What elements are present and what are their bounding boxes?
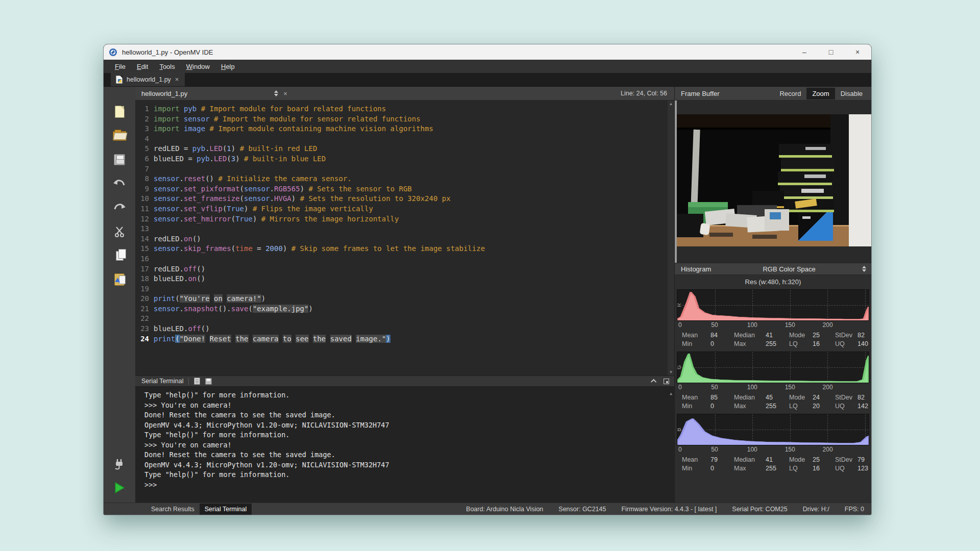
frame-buffer-image (677, 114, 871, 246)
white-post (691, 130, 700, 207)
tick-label: 150 (785, 321, 795, 329)
stat-value: 25 (813, 332, 835, 339)
terminal-line: Done! Reset the camera to see the saved … (144, 450, 674, 460)
terminal-line: OpenMV v4.4.3; MicroPython v1.20-omv; NI… (144, 420, 674, 431)
line-number: 19 (135, 284, 154, 294)
line-number: 17 (135, 264, 154, 274)
code-line-15: 15sensor.skip_frames(time = 2000) # Skip… (135, 244, 668, 254)
stat-value: 84 (710, 332, 734, 339)
color-space-dropdown[interactable]: RGB Color Space (711, 265, 867, 273)
stat-label: Mean (682, 394, 710, 401)
menu-item-file[interactable]: File (110, 61, 131, 72)
black-box (781, 158, 834, 171)
code-line-24: 24print("Done! Reset the camera to see t… (135, 334, 668, 344)
tick-label: 50 (711, 446, 718, 453)
save-button[interactable] (111, 152, 128, 167)
scroll-up-icon[interactable]: ▲ (669, 102, 673, 106)
white-object (700, 223, 710, 235)
maximize-button[interactable]: □ (826, 48, 836, 56)
popout-terminal-icon[interactable] (664, 379, 669, 384)
code-line-1: 1import pyb # Import module for board re… (135, 104, 668, 114)
minimize-button[interactable]: – (800, 48, 809, 56)
stat-label: UQ (835, 465, 857, 472)
window-title: helloworld_1.py - OpenMV IDE (122, 48, 213, 56)
tab-label: helloworld_1.py (127, 76, 171, 83)
histogram-header: Histogram RGB Color Space (675, 263, 871, 275)
code-line-4: 4 (135, 134, 668, 144)
code-line-18: 18blueLED.on() (135, 274, 668, 284)
b-histogram-plot: B (677, 414, 869, 445)
menu-item-help[interactable]: Help (216, 61, 240, 72)
histogram-x-axis: 050100150200 (677, 321, 869, 330)
new-file-button[interactable] (111, 104, 128, 119)
status-bar: Search Results Serial Terminal Board: Ar… (104, 503, 871, 515)
run-button[interactable] (111, 480, 128, 495)
tab-close-icon[interactable]: × (175, 76, 179, 83)
status-tab-search-results[interactable]: Search Results (146, 504, 200, 515)
box-label (805, 147, 826, 150)
dark-column (830, 114, 849, 232)
terminal-line: Type "help()" for more information. (144, 470, 674, 480)
stat-value: 16 (813, 465, 835, 472)
line-number: 15 (135, 244, 154, 254)
cut-button[interactable] (111, 224, 128, 239)
stat-value: 255 (766, 403, 789, 410)
line-number: 9 (135, 184, 154, 194)
tick-label: 0 (678, 321, 682, 329)
collapse-terminal-icon[interactable] (651, 379, 656, 385)
editor-scrollbar[interactable]: ▲ ▼ (668, 101, 674, 375)
status-tab-serial-terminal[interactable]: Serial Terminal (200, 504, 252, 515)
export-log-icon[interactable] (194, 378, 200, 385)
barcode (709, 233, 733, 237)
toolbar (104, 87, 135, 503)
paste-button[interactable] (111, 272, 128, 287)
serial-terminal-output[interactable]: ▲ Type "help()" for more information.>>>… (135, 387, 674, 503)
close-button[interactable]: × (853, 48, 862, 56)
b-channel-stats: Mean79Median41Mode25StDev79Min0Max255LQ1… (677, 455, 869, 475)
menu-item-edit[interactable]: Edit (132, 61, 153, 72)
black-box (778, 171, 832, 185)
line-number: 16 (135, 254, 154, 264)
save-log-icon[interactable] (205, 378, 212, 385)
code-line-21: 21sensor.snapshot().save("example.jpg") (135, 304, 668, 314)
stat-value: 255 (766, 465, 789, 472)
redo-button[interactable] (111, 200, 128, 215)
zoom-button[interactable]: Zoom (806, 88, 835, 99)
scroll-down-icon[interactable]: ▼ (669, 370, 673, 374)
tab-helloworld[interactable]: helloworld_1.py × (111, 72, 185, 86)
record-button[interactable]: Record (774, 88, 806, 99)
disable-button[interactable]: Disable (835, 88, 868, 99)
stat-value: 79 (857, 456, 872, 463)
stat-label: UQ (835, 340, 857, 347)
open-folder-button[interactable] (111, 128, 128, 143)
line-number: 6 (135, 154, 154, 164)
code-line-7: 7 (135, 164, 668, 174)
line-number: 18 (135, 274, 154, 284)
code-line-14: 14redLED.on() (135, 234, 668, 244)
code-text: sensor.set_pixformat(sensor.RGB565) # Se… (154, 184, 412, 194)
menu-item-tools[interactable]: Tools (154, 61, 180, 72)
run-icon (114, 482, 125, 494)
connect-button[interactable] (111, 457, 128, 472)
document-selector-icon[interactable] (274, 90, 278, 96)
document-close-icon[interactable]: × (283, 90, 287, 97)
line-number: 21 (135, 304, 154, 314)
python-file-icon (116, 76, 122, 84)
box-label (804, 174, 826, 178)
r-histogram-plot: R (677, 289, 869, 321)
terminal-scroll-up-icon[interactable]: ▲ (670, 389, 672, 399)
histogram-channel-b: B050100150200Mean79Median41Mode25StDev79… (675, 413, 871, 475)
stat-value: 123 (857, 465, 872, 472)
menu-item-window[interactable]: Window (181, 61, 215, 72)
code-line-2: 2import sensor # Import the module for s… (135, 114, 668, 124)
histogram-channel-g: G050100150200Mean85Median45Mode24StDev82… (675, 350, 871, 413)
frame-buffer-title: Frame Buffer (681, 90, 720, 97)
redo-icon (113, 202, 126, 213)
code-editor[interactable]: 1import pyb # Import module for board re… (135, 101, 668, 375)
stat-value: 41 (766, 456, 789, 463)
title-bar: helloworld_1.py - OpenMV IDE – □ × (104, 44, 871, 60)
stat-value: 16 (813, 340, 835, 347)
copy-button[interactable] (111, 248, 128, 263)
undo-button[interactable] (111, 176, 128, 191)
openmv-ide-window: helloworld_1.py - OpenMV IDE – □ × FileE… (103, 44, 872, 515)
